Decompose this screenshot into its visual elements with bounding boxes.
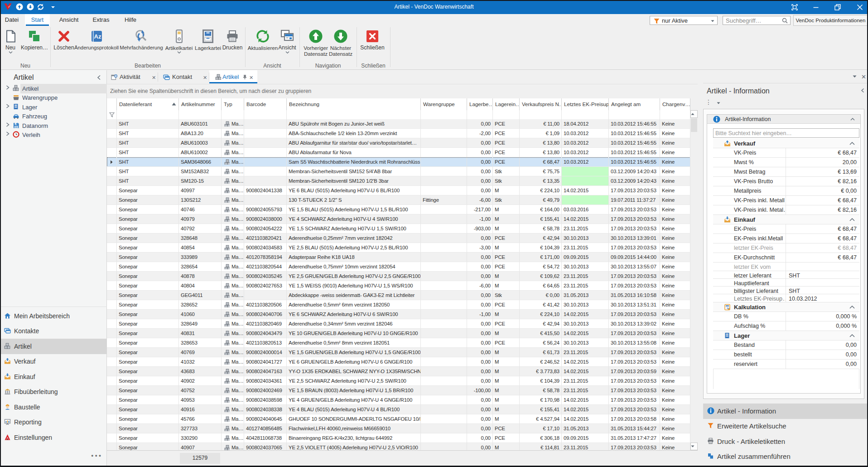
svg-text:Az: Az — [94, 33, 101, 40]
svg-text:%: % — [727, 307, 729, 310]
